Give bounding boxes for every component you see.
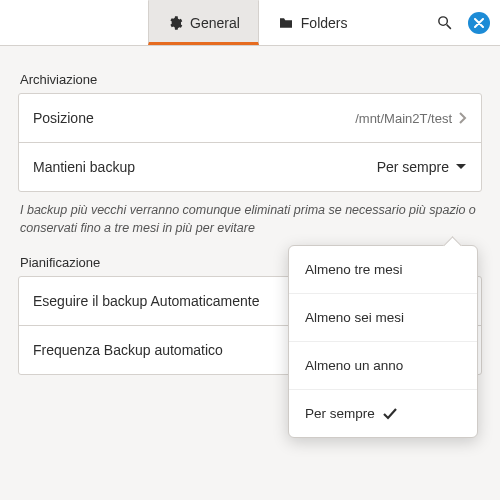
section-storage-title: Archiviazione [20, 72, 482, 87]
tab-folders-label: Folders [301, 15, 348, 31]
location-value-group: /mnt/Main2T/test [355, 111, 467, 126]
svg-line-1 [446, 25, 450, 29]
dropdown-option-3-months[interactable]: Almeno tre mesi [289, 246, 477, 293]
dropdown-option-1-year[interactable]: Almeno un anno [289, 341, 477, 389]
tab-group: General Folders [148, 0, 367, 45]
dropdown-option-label: Per sempre [305, 406, 375, 421]
location-value: /mnt/Main2T/test [355, 111, 452, 126]
dropdown-option-label: Almeno un anno [305, 358, 403, 373]
row-location[interactable]: Posizione /mnt/Main2T/test [19, 94, 481, 142]
caret-down-icon [455, 163, 467, 171]
keep-backup-dropdown: Almeno tre mesi Almeno sei mesi Almeno u… [288, 245, 478, 438]
folder-icon [278, 15, 294, 31]
spacer [367, 0, 431, 45]
storage-hint: I backup più vecchi verranno comunque el… [20, 202, 480, 237]
tab-general-label: General [190, 15, 240, 31]
location-label: Posizione [33, 110, 94, 126]
search-button[interactable] [430, 9, 458, 37]
topbar-actions [430, 0, 500, 45]
keep-value: Per sempre [377, 159, 449, 175]
tab-folders[interactable]: Folders [259, 0, 367, 45]
keep-value-group: Per sempre [377, 159, 467, 175]
row-keep-backup[interactable]: Mantieni backup Per sempre [19, 142, 481, 191]
dropdown-option-forever[interactable]: Per sempre [289, 389, 477, 437]
auto-label: Eseguire il backup Automaticamente [33, 293, 259, 309]
freq-label: Frequenza Backup automatico [33, 342, 223, 358]
check-icon [383, 408, 397, 420]
close-icon [474, 18, 484, 28]
dropdown-option-6-months[interactable]: Almeno sei mesi [289, 293, 477, 341]
keep-label: Mantieni backup [33, 159, 135, 175]
main-content: Archiviazione Posizione /mnt/Main2T/test… [0, 46, 500, 375]
gear-icon [167, 15, 183, 31]
dropdown-option-label: Almeno tre mesi [305, 262, 403, 277]
tab-general[interactable]: General [148, 0, 259, 45]
search-icon [436, 14, 453, 31]
svg-point-0 [438, 17, 447, 25]
spacer [0, 0, 148, 45]
storage-panel: Posizione /mnt/Main2T/test Mantieni back… [18, 93, 482, 192]
top-bar: General Folders [0, 0, 500, 46]
dropdown-option-label: Almeno sei mesi [305, 310, 404, 325]
close-button[interactable] [468, 12, 490, 34]
chevron-right-icon [458, 111, 467, 125]
